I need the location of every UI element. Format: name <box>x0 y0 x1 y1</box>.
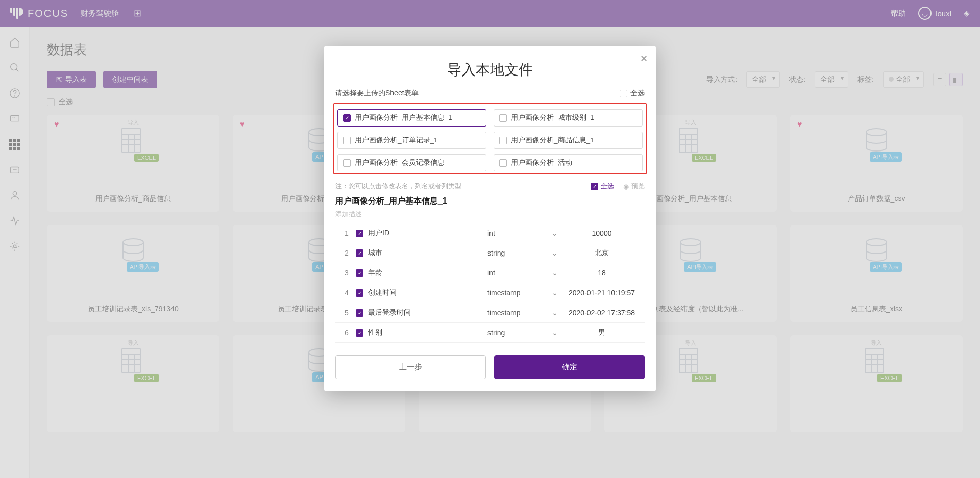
column-name[interactable]: 城市 <box>368 248 487 258</box>
row-number: 2 <box>337 249 356 257</box>
column-row: 5✓最后登录时间timestamp⌄2020-02-02 17:37:58 <box>335 303 645 323</box>
sample-value: 18 <box>561 269 643 277</box>
sheet-checkbox[interactable] <box>343 159 351 167</box>
row-number: 4 <box>337 289 356 297</box>
column-name[interactable]: 性别 <box>368 328 487 337</box>
column-type[interactable]: timestamp <box>487 309 549 317</box>
column-type[interactable]: string <box>487 249 549 257</box>
column-type[interactable]: string <box>487 329 549 337</box>
chevron-down-icon[interactable]: ⌄ <box>549 309 561 317</box>
sheet-label: 用户画像分析_活动 <box>511 158 572 167</box>
row-number: 5 <box>337 309 356 317</box>
close-icon[interactable]: ✕ <box>640 53 648 64</box>
column-name[interactable]: 最后登录时间 <box>368 308 487 317</box>
sheet-option[interactable]: 用户画像分析_活动 <box>494 154 643 171</box>
sample-value: 2020-01-21 10:19:57 <box>561 289 643 297</box>
chevron-down-icon[interactable]: ⌄ <box>549 269 561 277</box>
sheet-label: 用户画像分析_城市级别_1 <box>511 113 594 122</box>
column-config-table: 1✓用户IDint⌄100002✓城市string⌄北京3✓年龄int⌄184✓… <box>335 223 645 343</box>
column-checkbox[interactable]: ✓ <box>356 289 363 297</box>
chevron-down-icon[interactable]: ⌄ <box>549 229 561 237</box>
sheet-option[interactable]: 用户画像分析_会员记录信息 <box>337 154 486 171</box>
modal-actions: 上一步 确定 <box>324 343 656 379</box>
column-select-all[interactable]: ✓全选 <box>591 182 614 191</box>
chevron-down-icon[interactable]: ⌄ <box>549 329 561 337</box>
sample-value: 10000 <box>561 229 643 237</box>
description-input[interactable]: 添加描述 <box>335 210 645 219</box>
sheet-option[interactable]: ✓用户画像分析_用户基本信息_1 <box>337 109 486 127</box>
row-number: 6 <box>337 329 356 337</box>
sheet-option[interactable]: 用户画像分析_商品信息_1 <box>494 132 643 149</box>
column-checkbox[interactable]: ✓ <box>356 329 363 337</box>
sheet-checkbox[interactable] <box>499 159 507 167</box>
sheet-label: 用户画像分析_订单记录_1 <box>355 136 438 145</box>
note-row: 注：您可以点击修改表名，列名或者列类型 ✓全选 ◉ 预览 <box>324 182 656 196</box>
column-name[interactable]: 创建时间 <box>368 288 487 297</box>
sheet-label: 用户画像分析_用户基本信息_1 <box>355 113 452 122</box>
chevron-down-icon[interactable]: ⌄ <box>549 249 561 257</box>
column-type[interactable]: int <box>487 229 549 237</box>
prev-step-button[interactable]: 上一步 <box>335 355 486 379</box>
sample-value: 北京 <box>561 248 643 258</box>
sheet-checkbox[interactable] <box>499 137 507 144</box>
preview-button[interactable]: ◉ 预览 <box>623 182 645 191</box>
column-row: 1✓用户IDint⌄10000 <box>335 223 645 243</box>
sheet-select-all[interactable]: 全选 <box>620 89 645 98</box>
column-type[interactable]: int <box>487 269 549 277</box>
modal-overlay: ✕ 导入本地文件 请选择要上传的Sheet表单 全选 ✓用户画像分析_用户基本信… <box>0 0 980 478</box>
row-number: 3 <box>337 269 356 277</box>
column-checkbox[interactable]: ✓ <box>356 249 363 257</box>
sheet-selection-box: ✓用户画像分析_用户基本信息_1用户画像分析_城市级别_1用户画像分析_订单记录… <box>333 103 647 174</box>
sample-value: 男 <box>561 328 643 337</box>
column-row: 3✓年龄int⌄18 <box>335 263 645 283</box>
sheet-checkbox[interactable] <box>343 137 351 144</box>
column-checkbox[interactable]: ✓ <box>356 230 363 237</box>
sheet-grid: ✓用户画像分析_用户基本信息_1用户画像分析_城市级别_1用户画像分析_订单记录… <box>337 109 643 171</box>
column-row: 6✓性别string⌄男 <box>335 323 645 343</box>
edit-note: 注：您可以点击修改表名，列名或者列类型 <box>335 182 461 191</box>
sheet-checkbox[interactable] <box>499 114 507 122</box>
column-name[interactable]: 用户ID <box>368 229 487 238</box>
sheet-label: 用户画像分析_商品信息_1 <box>511 136 594 145</box>
sheet-prompt-row: 请选择要上传的Sheet表单 全选 <box>324 89 656 103</box>
table-name-input[interactable]: 用户画像分析_用户基本信息_1 <box>324 196 656 210</box>
row-number: 1 <box>337 229 356 237</box>
sheet-option[interactable]: 用户画像分析_城市级别_1 <box>494 109 643 127</box>
column-checkbox[interactable]: ✓ <box>356 309 363 317</box>
column-type[interactable]: timestamp <box>487 289 549 297</box>
sheet-option[interactable]: 用户画像分析_订单记录_1 <box>337 132 486 149</box>
sample-value: 2020-02-02 17:37:58 <box>561 309 643 317</box>
confirm-button[interactable]: 确定 <box>494 355 645 379</box>
column-row: 2✓城市string⌄北京 <box>335 243 645 263</box>
modal-title: 导入本地文件 <box>324 46 656 89</box>
import-file-modal: ✕ 导入本地文件 请选择要上传的Sheet表单 全选 ✓用户画像分析_用户基本信… <box>324 46 656 391</box>
note-actions: ✓全选 ◉ 预览 <box>591 182 645 191</box>
sheet-label: 用户画像分析_会员记录信息 <box>355 158 445 167</box>
column-checkbox[interactable]: ✓ <box>356 269 363 277</box>
column-row: 4✓创建时间timestamp⌄2020-01-21 10:19:57 <box>335 283 645 303</box>
chevron-down-icon[interactable]: ⌄ <box>549 289 561 297</box>
sheet-checkbox[interactable]: ✓ <box>343 114 351 122</box>
sheet-prompt-label: 请选择要上传的Sheet表单 <box>335 89 419 98</box>
column-name[interactable]: 年龄 <box>368 268 487 278</box>
